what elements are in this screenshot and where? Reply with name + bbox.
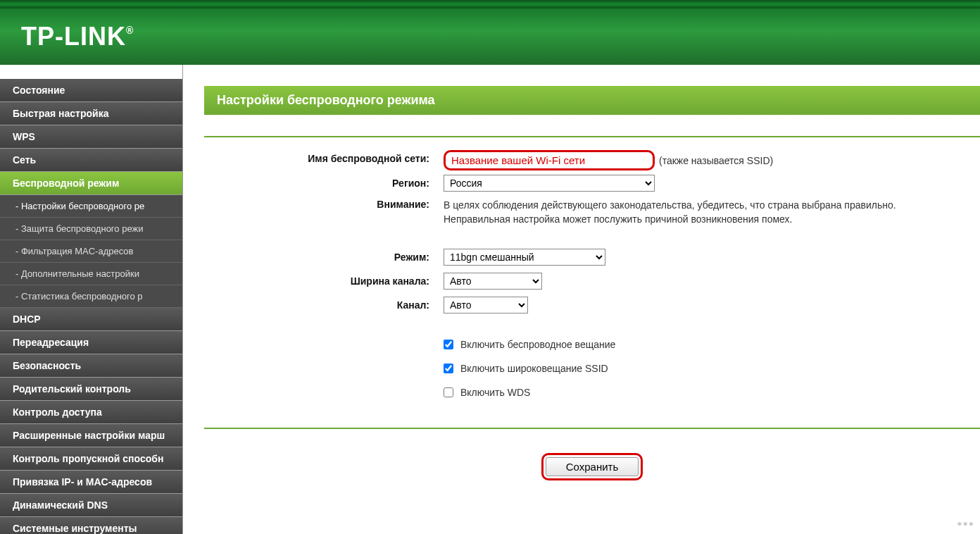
brand-mark: ®	[126, 25, 134, 36]
sidebar-item-label: Беспроводной режим	[13, 178, 119, 189]
sidebar-item-routing[interactable]: Расширенные настройки марш	[0, 424, 182, 447]
sidebar-item-label: Привязка IP- и MAC-адресов	[13, 476, 152, 488]
ssid-label: Имя беспроводной сети:	[204, 150, 444, 164]
content: Настройки беспроводного режима Имя беспр…	[183, 65, 980, 534]
broadcast-label: Включить беспроводное вещание	[460, 339, 615, 350]
ssid-broadcast-checkbox[interactable]	[444, 364, 453, 373]
ssid-hint: (также называется SSID)	[659, 155, 773, 166]
sidebar-item-label: Контроль пропускной способн	[13, 453, 163, 464]
panel-title: Настройки беспроводного режима	[204, 86, 980, 115]
channel-width-select[interactable]: Авто	[444, 273, 542, 290]
sidebar-sub-wireless-security[interactable]: - Защита беспроводного режи	[0, 218, 182, 240]
width-label: Ширина канала:	[204, 273, 444, 287]
sidebar-item-label: Контроль доступа	[13, 406, 102, 418]
sidebar-item-label: WPS	[13, 131, 35, 142]
sidebar-item-label: - Настройки беспроводного ре	[15, 201, 144, 211]
sidebar-sub-advanced[interactable]: - Дополнительные настройки	[0, 263, 182, 285]
warning-text: В целях соблюдения действующего законода…	[444, 199, 922, 226]
channel-select[interactable]: Авто	[444, 297, 528, 313]
sidebar-item-ddns[interactable]: Динамический DNS	[0, 494, 182, 517]
sidebar-item-bandwidth[interactable]: Контроль пропускной способн	[0, 447, 182, 471]
sidebar-item-label: - Статистика беспроводного р	[15, 291, 143, 302]
header: TP-LINK®	[0, 8, 980, 65]
divider-bottom	[204, 428, 980, 429]
sidebar-item-dhcp[interactable]: DHCP	[0, 308, 182, 331]
sidebar-item-label: Состояние	[13, 85, 65, 96]
sidebar-item-system-tools[interactable]: Системные инструменты	[0, 517, 182, 534]
resize-grip-icon: ●●●	[957, 519, 974, 528]
sidebar-item-ip-mac-binding[interactable]: Привязка IP- и MAC-адресов	[0, 471, 182, 494]
sidebar-sub-wireless-settings[interactable]: - Настройки беспроводного ре	[0, 195, 182, 218]
mode-select[interactable]: 11bgn смешанный	[444, 249, 605, 266]
sidebar-item-label: - Фильтрация MAC-адресов	[15, 246, 133, 256]
sidebar-item-label: - Защита беспроводного режи	[15, 223, 143, 234]
sidebar-item-label: Системные инструменты	[13, 523, 137, 534]
sidebar-item-network[interactable]: Сеть	[0, 149, 182, 172]
sidebar-item-forwarding[interactable]: Переадресация	[0, 331, 182, 354]
sidebar-item-label: Родительский контроль	[13, 383, 131, 395]
sidebar-item-access-control[interactable]: Контроль доступа	[0, 401, 182, 424]
sidebar-item-label: Сеть	[13, 154, 36, 166]
sidebar-item-wireless[interactable]: Беспроводной режим	[0, 172, 182, 195]
sidebar-item-security[interactable]: Безопасность	[0, 354, 182, 378]
brand-text: TP-LINK	[21, 22, 126, 51]
save-button-label: Сохранить	[566, 461, 619, 473]
sidebar-item-quicksetup[interactable]: Быстрая настройка	[0, 102, 182, 125]
save-button[interactable]: Сохранить	[546, 457, 639, 476]
sidebar-item-status[interactable]: Состояние	[0, 79, 182, 102]
sidebar-item-label: - Дополнительные настройки	[15, 268, 139, 279]
sidebar-item-label: Быстрая настройка	[13, 108, 108, 119]
sidebar-item-parental[interactable]: Родительский контроль	[0, 378, 182, 401]
channel-label: Канал:	[204, 297, 444, 311]
sidebar-item-label: Расширенные настройки марш	[13, 430, 165, 441]
sidebar-item-label: Динамический DNS	[13, 499, 108, 511]
top-accent-bar	[0, 0, 980, 8]
sidebar-sub-mac-filter[interactable]: - Фильтрация MAC-адресов	[0, 240, 182, 263]
brand-logo: TP-LINK®	[21, 22, 134, 51]
region-label: Регион:	[204, 175, 444, 189]
sidebar-sub-wireless-stats[interactable]: - Статистика беспроводного р	[0, 285, 182, 308]
wds-label: Включить WDS	[460, 387, 530, 398]
ssid-input[interactable]	[444, 150, 655, 170]
warning-label: Внимание:	[204, 199, 444, 210]
ssid-broadcast-label: Включить широковещание SSID	[460, 363, 608, 374]
sidebar-item-label: Переадресация	[13, 337, 89, 348]
divider	[204, 136, 980, 137]
wds-checkbox[interactable]	[444, 387, 453, 397]
sidebar: Состояние Быстрая настройка WPS Сеть Бес…	[0, 65, 183, 534]
region-select[interactable]: Россия	[444, 175, 655, 192]
broadcast-checkbox[interactable]	[444, 340, 453, 349]
mode-label: Режим:	[204, 249, 444, 263]
sidebar-spacer	[0, 65, 182, 79]
sidebar-item-label: Безопасность	[13, 360, 81, 371]
sidebar-item-label: DHCP	[13, 313, 41, 325]
save-highlight: Сохранить	[541, 453, 643, 480]
sidebar-item-wps[interactable]: WPS	[0, 125, 182, 149]
